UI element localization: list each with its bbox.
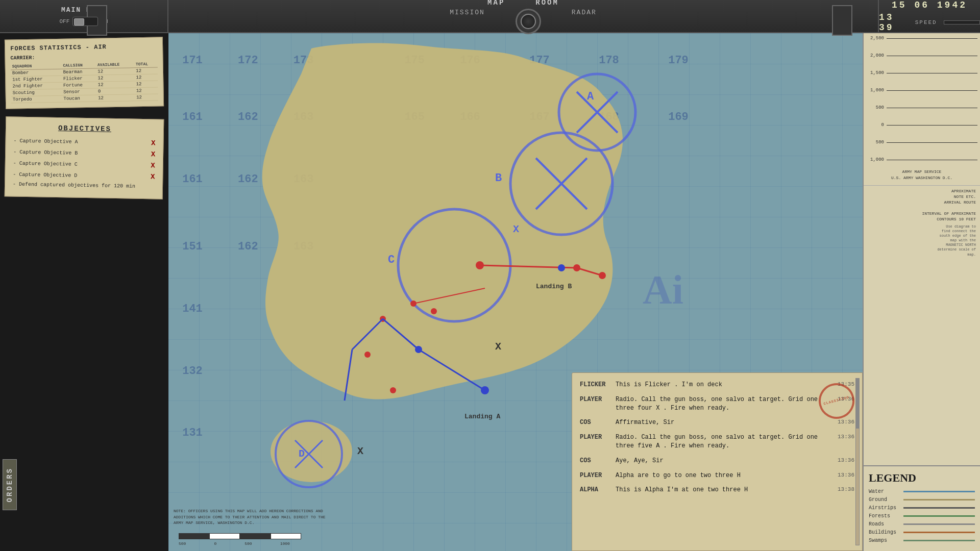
chat-time: 13:36 — [837, 433, 854, 450]
objective-text: - Capture Objective C — [13, 160, 78, 167]
chat-speaker: PLAYER — [580, 395, 610, 413]
objective-text: - Capture Objective D — [13, 171, 77, 178]
ruler-mark-2000: 2,000 — [866, 53, 977, 58]
map-note-text: NOTE: OFFICERS USING THIS MAP WILL ADD H… — [174, 509, 326, 524]
chat-speaker: FLICKER — [580, 381, 610, 389]
orders-tab-label: ORDERS — [6, 467, 14, 502]
legend-item: Forests — [869, 513, 975, 519]
toggle-off-label: OFF — [59, 18, 69, 24]
toggle-track[interactable] — [72, 17, 98, 26]
chat-entry: PLAYERAlpha are to go to one two three H… — [580, 471, 854, 480]
forces-stats-card: FORCES STATISTICS - AIR CARRIER: SQUADRO… — [5, 37, 164, 109]
chat-message: Radio. Call the gun boss, one salvo at t… — [616, 433, 831, 450]
left-panel: FORCES STATISTICS - AIR CARRIER: SQUADRO… — [0, 33, 168, 551]
ruler-line — [887, 90, 977, 91]
ruler-mark-500b: 500 — [866, 140, 977, 145]
ruler-line — [887, 56, 977, 56]
classified-text: CLASSIFIED — [823, 395, 850, 407]
chat-entry: COSAffirmative, Sir13:36 — [580, 418, 854, 427]
legend-item-label: Swamps — [869, 538, 899, 543]
chat-scrollbar[interactable] — [855, 378, 860, 545]
chat-time: 13:38 — [837, 486, 854, 494]
radar-label[interactable]: RADAR — [572, 9, 597, 34]
legend-item-line — [903, 507, 975, 509]
map-room-section: MAP ROOM MISSION RADAR — [450, 0, 597, 34]
objective-mark: X — [151, 161, 155, 169]
mission-label[interactable]: MISSION — [450, 9, 485, 34]
right-panel: 2,500 2,000 1,500 1,000 500 0 50 — [863, 33, 980, 551]
ruler-line — [887, 125, 977, 126]
legend-item: Buildings — [869, 530, 975, 535]
chat-entry: PLAYERRadio. Call the gun boss, one salv… — [580, 395, 854, 413]
ruler-mark-2500: 2,500 — [866, 36, 977, 41]
legend-item: Swamps — [869, 538, 975, 543]
legend-item: Airstrips — [869, 505, 975, 511]
chat-speaker: ALPHA — [580, 486, 610, 494]
chat-message: Affirmative, Sir — [616, 418, 831, 427]
chat-entry: COSAye, Aye, Sir13:36 — [580, 457, 854, 465]
legend-item-label: Buildings — [869, 530, 899, 535]
chat-entries: FLICKERThis is Flicker . I'm on deck13:3… — [580, 381, 854, 494]
ruler-line — [887, 73, 977, 73]
compass-inner — [521, 14, 536, 29]
compass[interactable] — [516, 9, 541, 34]
note-detail: Use diagram tofind connect thesouth edge… — [868, 224, 976, 257]
scale-bar: 50005001000 — [179, 531, 434, 546]
objective-item: - Capture Objective CX — [13, 159, 155, 170]
legend-item: Ground — [869, 497, 975, 503]
objective-mark: X — [151, 172, 155, 181]
legend-item-line — [903, 540, 975, 541]
stats-table: SQUADRON CALLSIGN AVAILABLE TOTAL Bomber… — [11, 60, 158, 103]
ruler-mark-500: 500 — [866, 105, 977, 110]
orders-tab[interactable]: ORDERS — [3, 459, 17, 510]
date-speed-section: 15 06 1942 13 39 SPEED — [878, 0, 980, 32]
chat-speaker: COS — [580, 418, 610, 427]
objectives-title: OBJECTIVES — [14, 123, 156, 134]
approx-label: APROXIMATENOTE ETC.ARRIVAL ROUTE INTERVA… — [864, 186, 980, 260]
ruler-mark-1500: 1,500 — [866, 70, 977, 76]
ruler-mark-0: 0 — [866, 122, 977, 128]
interval-text: INTERVAL OF APROXIMATE CONTOURS 10 FEET — [868, 211, 976, 222]
col-callsign: CALLSIGN — [61, 62, 96, 69]
speed-bar — [944, 20, 980, 24]
legend-item-line — [903, 523, 975, 525]
legend-item: Roads — [869, 521, 975, 527]
ruler-mark-1000b: 1,000 — [866, 157, 977, 162]
map-note: NOTE: OFFICERS USING THIS MAP WILL ADD H… — [174, 508, 327, 525]
legend-item-line — [903, 491, 975, 492]
legend-section: LEGEND WaterGroundAirstripsForestsRoadsB… — [864, 465, 980, 551]
ruler-line — [887, 142, 977, 143]
chat-entry: ALPHAThis is Alpha I'm at one two three … — [580, 486, 854, 494]
toggle-knob — [74, 18, 84, 26]
stats-subtitle: CARRIER: — [10, 53, 157, 61]
approx-text: APROXIMATENOTE ETC.ARRIVAL ROUTE — [868, 188, 976, 206]
legend-item-label: Water — [869, 489, 899, 494]
chat-speaker: PLAYER — [580, 433, 610, 450]
room-label[interactable]: ROOM — [535, 0, 559, 7]
ruler-line — [887, 160, 977, 160]
top-bar: MAIN MENU OFF ON MAP ROOM MISSION RADAR — [0, 0, 980, 33]
objective-item: - Defend captured objectives for 120 min — [13, 182, 155, 190]
army-service-label: ARMY MAP SERVICE U.S. ARMY WASHINGTON D.… — [868, 169, 976, 181]
chat-time: 13:36 — [837, 457, 854, 465]
chat-scrollbar-thumb[interactable] — [856, 379, 859, 429]
objective-mark: X — [151, 150, 156, 158]
legend-item-line — [903, 515, 975, 517]
legend-item-label: Forests — [869, 513, 899, 519]
chat-message: Alpha are to go to one two three H — [616, 471, 831, 480]
chat-speaker: COS — [580, 457, 610, 465]
chat-message: Aye, Aye, Sir — [616, 457, 831, 465]
legend-title: LEGEND — [869, 471, 975, 485]
col-total: TOTAL — [134, 60, 158, 67]
chat-message: This is Flicker . I'm on deck — [616, 381, 831, 389]
map-label[interactable]: MAP — [487, 0, 505, 7]
ruler-line — [887, 38, 977, 39]
ruler-marks: 2,500 2,000 1,500 1,000 500 0 50 — [864, 33, 980, 165]
ruler-mark-1000: 1,000 — [866, 88, 977, 93]
chat-overlay: CLASSIFIED FLICKERThis is Flicker . I'm … — [572, 372, 863, 551]
army-service-text: ARMY MAP SERVICE U.S. ARMY WASHINGTON D.… — [864, 165, 980, 186]
chat-speaker: PLAYER — [580, 471, 610, 480]
chat-time: 13:36 — [837, 471, 854, 480]
objective-text: - Capture Objective B — [13, 149, 78, 156]
objectives-list: - Capture Objective AX- Capture Objectiv… — [13, 137, 156, 190]
